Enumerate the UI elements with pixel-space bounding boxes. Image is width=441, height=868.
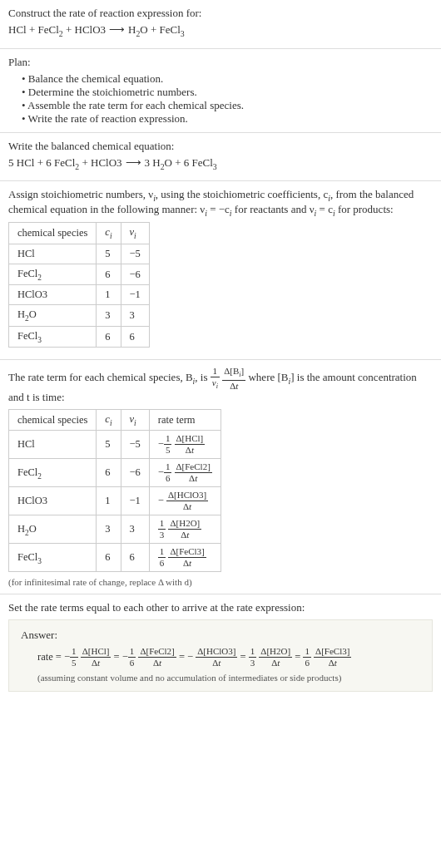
cell-ci: 6 xyxy=(97,544,121,572)
stoich-text: for products: xyxy=(335,203,394,215)
table-row: H2O 3 3 13 Δ[H2O]Δt xyxy=(9,515,221,544)
cell-rate: −15 Δ[HCl]Δt xyxy=(149,431,220,459)
cell-ci: 5 xyxy=(97,244,121,264)
table-row: HClO3 1 −1 xyxy=(9,285,150,305)
final-intro: Set the rate terms equal to each other t… xyxy=(8,601,433,614)
cell-vi: −6 xyxy=(121,264,149,285)
col-ci: ci xyxy=(97,223,121,244)
table-row: HClO3 1 −1 − Δ[HClO3]Δt xyxy=(9,487,221,515)
col-vi: νi xyxy=(121,409,149,431)
cell-species: HClO3 xyxy=(9,285,97,305)
plan-item: Determine the stoichiometric numbers. xyxy=(22,86,433,99)
balanced-equation: 5 HCl + 6 FeCl2 + HClO3⟶3 H2O + 6 FeCl3 xyxy=(8,156,433,171)
plan-label: Plan: xyxy=(8,56,433,69)
stoich-section: Assign stoichiometric numbers, νi, using… xyxy=(0,181,441,360)
final-section: Set the rate terms equal to each other t… xyxy=(0,594,441,707)
rateterm-section: The rate term for each chemical species,… xyxy=(0,360,441,594)
stoich-table: chemical species ci νi HCl 5 −5 FeCl2 6 … xyxy=(8,222,150,348)
table-row: FeCl2 6 −6 xyxy=(9,264,150,285)
cell-vi: −5 xyxy=(121,431,149,459)
col-ci: ci xyxy=(97,409,121,431)
plan-section: Plan: Balance the chemical equation. Det… xyxy=(0,49,441,133)
table-header-row: chemical species ci νi rate term xyxy=(9,409,221,431)
rateterm-text: The rate term for each chemical species,… xyxy=(8,372,193,384)
stoich-text: = c xyxy=(316,203,333,215)
cell-ci: 3 xyxy=(97,305,121,327)
stoich-text: = −c xyxy=(207,203,230,215)
prompt-section: Construct the rate of reaction expressio… xyxy=(0,0,441,49)
rateterm-text: where [B xyxy=(248,372,288,384)
cell-ci: 3 xyxy=(97,515,121,544)
prompt-title: Construct the rate of reaction expressio… xyxy=(8,7,433,20)
cell-species: HClO3 xyxy=(9,487,97,515)
cell-vi: 6 xyxy=(121,326,149,348)
answer-box: Answer: rate = −15 Δ[HCl]Δt = −16 Δ[FeCl… xyxy=(8,619,433,692)
stoich-intro: Assign stoichiometric numbers, νi, using… xyxy=(8,188,433,217)
cell-rate: 16 Δ[FeCl3]Δt xyxy=(149,544,220,572)
col-species: chemical species xyxy=(9,223,97,244)
table-row: HCl 5 −5 xyxy=(9,244,150,264)
cell-ci: 5 xyxy=(97,431,121,459)
plan-item: Balance the chemical equation. xyxy=(22,72,433,86)
cell-vi: −6 xyxy=(121,459,149,487)
col-vi: νi xyxy=(121,223,149,244)
rateterm-table: chemical species ci νi rate term HCl 5 −… xyxy=(8,409,221,573)
cell-rate: − Δ[HClO3]Δt xyxy=(149,487,220,515)
cell-species: FeCl2 xyxy=(9,264,97,285)
cell-vi: −1 xyxy=(121,285,149,305)
cell-ci: 6 xyxy=(97,264,121,285)
table-header-row: chemical species ci νi xyxy=(9,223,150,244)
plan-list: Balance the chemical equation. Determine… xyxy=(8,72,433,126)
rate-prefix: rate = xyxy=(37,651,64,663)
cell-species: FeCl3 xyxy=(9,544,97,572)
cell-ci: 6 xyxy=(97,459,121,487)
balanced-intro: Write the balanced chemical equation: xyxy=(8,140,433,153)
table-row: FeCl3 6 6 16 Δ[FeCl3]Δt xyxy=(9,544,221,572)
answer-note: (assuming constant volume and no accumul… xyxy=(37,673,420,683)
cell-rate: 13 Δ[H2O]Δt xyxy=(149,515,220,544)
col-species: chemical species xyxy=(9,409,97,431)
col-rate: rate term xyxy=(149,409,220,431)
cell-vi: −1 xyxy=(121,487,149,515)
answer-rate-expression: rate = −15 Δ[HCl]Δt = −16 Δ[FeCl2]Δt = −… xyxy=(37,647,420,668)
cell-species: FeCl3 xyxy=(9,326,97,348)
stoich-text: , using the stoichiometric coefficients,… xyxy=(156,188,328,200)
prompt-equation: HCl + FeCl2 + HClO3⟶H2O + FeCl3 xyxy=(8,23,433,38)
fraction-1-over-vi: 1νi xyxy=(211,367,220,390)
cell-species: H2O xyxy=(9,515,97,544)
cell-species: HCl xyxy=(9,244,97,264)
rateterm-text: , is xyxy=(195,372,210,384)
cell-ci: 1 xyxy=(97,487,121,515)
plan-item: Assemble the rate term for each chemical… xyxy=(22,99,433,112)
rateterm-note: (for infinitesimal rate of change, repla… xyxy=(8,577,433,587)
table-row: FeCl3 6 6 xyxy=(9,326,150,348)
cell-vi: 3 xyxy=(121,515,149,544)
table-row: HCl 5 −5 −15 Δ[HCl]Δt xyxy=(9,431,221,459)
table-row: FeCl2 6 −6 −16 Δ[FeCl2]Δt xyxy=(9,459,221,487)
balanced-section: Write the balanced chemical equation: 5 … xyxy=(0,133,441,182)
cell-ci: 6 xyxy=(97,326,121,348)
cell-vi: −5 xyxy=(121,244,149,264)
cell-vi: 3 xyxy=(121,305,149,327)
rateterm-intro: The rate term for each chemical species,… xyxy=(8,367,433,403)
cell-rate: −16 Δ[FeCl2]Δt xyxy=(149,459,220,487)
cell-species: HCl xyxy=(9,431,97,459)
answer-label: Answer: xyxy=(21,629,420,642)
plan-item: Write the rate of reaction expression. xyxy=(22,112,433,126)
stoich-text: Assign stoichiometric numbers, ν xyxy=(8,188,153,200)
fraction-dBi-dt: Δ[Bi]Δt xyxy=(222,367,245,390)
cell-species: FeCl2 xyxy=(9,459,97,487)
cell-vi: 6 xyxy=(121,544,149,572)
cell-species: H2O xyxy=(9,305,97,327)
table-row: H2O 3 3 xyxy=(9,305,150,327)
stoich-text: for reactants and ν xyxy=(232,203,315,215)
cell-ci: 1 xyxy=(97,285,121,305)
